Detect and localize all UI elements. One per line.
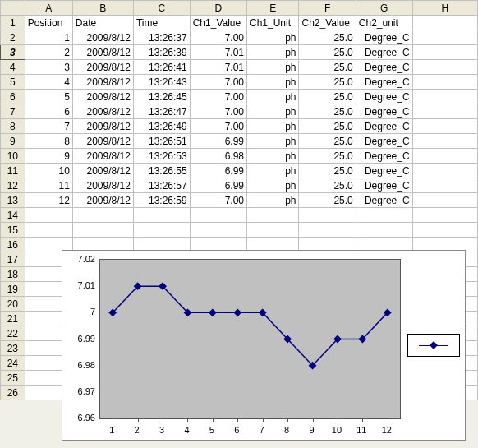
cell[interactable]: 9 (25, 149, 72, 164)
cell[interactable]: 6 (25, 104, 72, 119)
cell[interactable]: Degree_C (356, 149, 412, 164)
row-header[interactable]: 16 (1, 238, 25, 252)
cell[interactable] (412, 149, 477, 164)
cell[interactable] (412, 60, 477, 75)
col-header-C[interactable]: C (133, 1, 190, 16)
cell[interactable]: Degree_C (356, 30, 412, 45)
cell[interactable]: 25.0 (299, 178, 356, 193)
cell[interactable]: Degree_C (356, 164, 412, 178)
table-row[interactable]: 7 6 2009/8/12 13:26:47 7.00 ph 25.0 Degr… (1, 104, 478, 119)
cell[interactable] (412, 119, 477, 134)
cell[interactable]: 25.0 (299, 164, 356, 178)
cell[interactable]: ph (247, 90, 299, 104)
cell[interactable]: Ch2_unit (356, 16, 412, 30)
row-header[interactable]: 19 (1, 282, 25, 297)
cell[interactable]: ph (247, 164, 299, 178)
cell[interactable]: 2009/8/12 (72, 45, 133, 60)
cell[interactable] (299, 208, 356, 223)
cell[interactable] (190, 208, 246, 223)
cell[interactable]: Degree_C (356, 178, 412, 193)
row-header[interactable]: 14 (1, 208, 25, 223)
col-header-A[interactable]: A (25, 1, 72, 16)
table-row[interactable]: 9 8 2009/8/12 13:26:51 6.99 ph 25.0 Degr… (1, 134, 478, 149)
column-header-row[interactable]: A B C D E F G H (1, 1, 478, 16)
cell[interactable]: 13:26:39 (133, 45, 190, 60)
cell[interactable]: 13:26:47 (133, 104, 190, 119)
col-header-H[interactable]: H (412, 1, 477, 16)
cell[interactable] (133, 208, 190, 223)
row-header[interactable]: 10 (1, 149, 25, 164)
cell[interactable]: Date (72, 16, 133, 30)
cell[interactable]: Degree_C (356, 134, 412, 149)
col-header-F[interactable]: F (299, 1, 356, 16)
table-row[interactable]: 1 Position Date Time Ch1_Value Ch1_Unit … (1, 16, 478, 30)
cell[interactable]: 6.99 (190, 164, 246, 178)
cell[interactable]: 7 (25, 119, 72, 134)
cell[interactable]: 13:26:59 (133, 193, 190, 208)
cell[interactable]: 13:26:37 (133, 30, 190, 45)
cell[interactable]: 13:26:45 (133, 90, 190, 104)
cell[interactable]: ph (247, 30, 299, 45)
cell[interactable] (356, 223, 412, 238)
cell[interactable]: ph (247, 134, 299, 149)
row-header[interactable]: 11 (1, 164, 25, 178)
table-row[interactable]: 12 11 2009/8/12 13:26:57 6.99 ph 25.0 De… (1, 178, 478, 193)
cell[interactable]: 12 (25, 193, 72, 208)
table-row[interactable]: 10 9 2009/8/12 13:26:53 6.98 ph 25.0 Deg… (1, 149, 478, 164)
row-header[interactable]: 20 (1, 297, 25, 312)
cell[interactable]: 13:26:49 (133, 119, 190, 134)
cell[interactable]: 8 (25, 134, 72, 149)
cell[interactable]: 25.0 (299, 104, 356, 119)
table-row[interactable]: 15 (1, 223, 478, 238)
col-header-B[interactable]: B (72, 1, 133, 16)
cell[interactable]: 2009/8/12 (72, 193, 133, 208)
cell[interactable] (247, 223, 299, 238)
select-all-corner[interactable] (1, 1, 25, 16)
row-header[interactable]: 8 (1, 119, 25, 134)
cell[interactable] (412, 134, 477, 149)
cell[interactable] (412, 193, 477, 208)
table-row[interactable]: 8 7 2009/8/12 13:26:49 7.00 ph 25.0 Degr… (1, 119, 478, 134)
cell[interactable]: 5 (25, 90, 72, 104)
cell[interactable]: 3 (25, 60, 72, 75)
cell[interactable]: ph (247, 149, 299, 164)
cell[interactable] (299, 223, 356, 238)
cell[interactable]: 2009/8/12 (72, 164, 133, 178)
cell[interactable]: 25.0 (299, 75, 356, 90)
row-header[interactable]: 25 (1, 371, 25, 386)
cell[interactable]: ph (247, 193, 299, 208)
cell[interactable]: 6.99 (190, 134, 246, 149)
cell[interactable]: 13:26:51 (133, 134, 190, 149)
cell[interactable]: 25.0 (299, 149, 356, 164)
cell[interactable] (412, 208, 477, 223)
cell[interactable]: 25.0 (299, 30, 356, 45)
row-header[interactable]: 5 (1, 75, 25, 90)
cell[interactable]: 13:26:43 (133, 75, 190, 90)
cell[interactable] (412, 178, 477, 193)
cell[interactable] (412, 75, 477, 90)
chart-legend[interactable] (407, 334, 460, 357)
cell[interactable]: 2009/8/12 (72, 90, 133, 104)
cell[interactable] (412, 164, 477, 178)
row-header[interactable]: 15 (1, 223, 25, 238)
row-header[interactable]: 24 (1, 356, 25, 371)
cell[interactable]: 25.0 (299, 193, 356, 208)
col-header-E[interactable]: E (247, 1, 299, 16)
cell[interactable]: Position (25, 16, 72, 30)
cell[interactable]: 25.0 (299, 60, 356, 75)
cell[interactable]: 4 (25, 75, 72, 90)
cell[interactable] (72, 223, 133, 238)
cell[interactable]: 2009/8/12 (72, 149, 133, 164)
cell[interactable]: 25.0 (299, 134, 356, 149)
row-header[interactable]: 22 (1, 326, 25, 341)
chart-plot-area[interactable] (99, 259, 401, 419)
cell[interactable]: Degree_C (356, 193, 412, 208)
cell[interactable]: 13:26:57 (133, 178, 190, 193)
cell[interactable]: Degree_C (356, 45, 412, 60)
cell[interactable] (190, 223, 246, 238)
cell[interactable] (412, 104, 477, 119)
cell[interactable]: 6.99 (190, 178, 246, 193)
cell[interactable]: 11 (25, 178, 72, 193)
row-header[interactable]: 26 (1, 386, 25, 400)
cell[interactable] (247, 208, 299, 223)
